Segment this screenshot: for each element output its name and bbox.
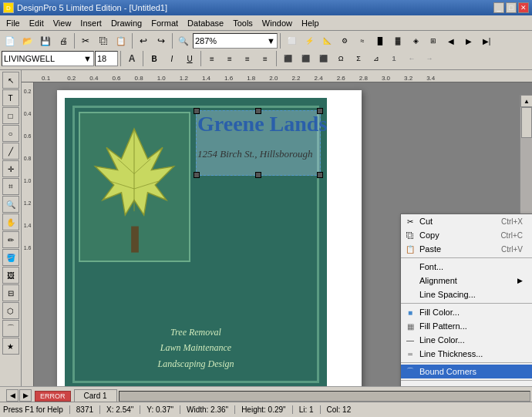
menu-edit[interactable]: Edit [25,17,49,29]
tool-text[interactable]: T [2,89,19,106]
tb-extra-7[interactable]: ▓ [389,32,406,49]
tb-extra-6[interactable]: █ [372,32,389,49]
ctx-line-color[interactable]: — Line Color... [401,333,532,347]
tb-extra-5[interactable]: ≈ [354,32,371,49]
menu-file[interactable]: File [2,17,25,29]
tool-rect[interactable]: □ [2,107,19,124]
tb-last-page[interactable]: ▶| [478,32,495,49]
ctx-line-spacing[interactable]: Line Spacing... [401,288,532,301]
tb-prev-page[interactable]: ◀ [443,32,460,49]
font-name-dropdown-icon[interactable]: ▼ [83,54,92,63]
card-services: Tree Removal Lawn Maintenance Landscapin… [80,325,311,372]
ctx-copy[interactable]: ⿻ Copy Ctrl+C [401,228,532,242]
tool-barcode[interactable]: ⊟ [2,284,19,301]
tb-extra-1[interactable]: ⬜ [283,32,300,49]
handle-bc[interactable] [255,172,261,178]
tool-crop[interactable]: ⌗ [2,178,19,195]
ctx-cut[interactable]: ✂ Cut Ctrl+X [401,214,532,228]
tool-ellipse[interactable]: ○ [2,125,19,142]
tool-move[interactable]: ✋ [2,214,19,230]
company-name: Greene Landscaping [197,112,327,136]
tb-spacing-3[interactable]: ⬛ [315,50,332,67]
tool-select[interactable]: ✛ [2,160,19,177]
ctx-font[interactable]: Font... [401,260,532,274]
scroll-right-thumb[interactable] [521,107,532,138]
tb-extra-8[interactable]: ◈ [407,32,424,49]
tb-extra-4[interactable]: ⚙ [336,32,353,49]
tb-spacing-6[interactable]: ⊿ [368,50,385,67]
font-color-button[interactable]: A [123,50,140,67]
tool-zoom2[interactable]: 🔍 [2,196,19,213]
cut-button[interactable] [77,32,94,49]
menu-window[interactable]: Window [258,17,297,29]
menu-format[interactable]: Format [146,17,183,29]
tb-extra-9[interactable]: ⊞ [425,32,442,49]
font-size-box[interactable]: 18 [95,51,118,66]
separator-8 [276,51,277,66]
tb-spacing-1[interactable]: ⬛ [279,50,296,67]
tool-bucket[interactable]: 🪣 [2,249,19,266]
new-button[interactable] [2,32,19,49]
tb-num-2[interactable]: ← [403,50,420,67]
undo-button[interactable] [135,32,152,49]
redo-button[interactable] [153,32,170,49]
open-button[interactable] [19,32,36,49]
tb-spacing-2[interactable]: ⬛ [297,50,314,67]
ctx-fill-pattern[interactable]: ▦ Fill Pattern... [401,319,532,333]
minimize-button[interactable]: _ [493,2,504,13]
ctx-fill-color[interactable]: ■ Fill Color... [401,305,532,319]
hscroll-right-button[interactable]: ▶ [19,389,32,402]
tool-pen[interactable]: ✏ [2,231,19,248]
menu-help[interactable]: Help [297,17,324,29]
ctx-line-thickness[interactable]: ═ Line Thickness... [401,347,532,361]
scroll-up-button[interactable]: ▲ [520,95,532,107]
save-button[interactable] [37,32,54,49]
tb-num-3[interactable]: → [421,50,438,67]
tb-spacing-5[interactable]: Σ [350,50,367,67]
underline-button[interactable]: U [181,50,198,67]
close-button[interactable]: ✕ [518,2,529,13]
menu-database[interactable]: Database [183,17,228,29]
tool-line[interactable]: ╱ [2,143,19,160]
font-name-box[interactable]: LIVINGWELL ▼ [2,51,94,66]
bold-button[interactable]: B [146,50,163,67]
zoom-button[interactable] [175,32,192,49]
tool-polygon[interactable]: ⬡ [2,302,19,319]
tb-extra-2[interactable]: ⚡ [301,32,318,49]
tb-next-page[interactable]: ▶ [460,32,477,49]
ctx-paste[interactable]: 📋 Paste Ctrl+V [401,242,532,256]
handle-br[interactable] [317,172,323,178]
ctx-alignment[interactable]: Alignment ▶ [401,274,532,288]
print-button[interactable] [55,32,72,49]
zoom-dropdown-icon[interactable]: ▼ [267,36,275,45]
hscroll-track[interactable] [119,391,530,402]
align-left-button[interactable]: ≡ [204,50,221,67]
ctx-rotate[interactable]: ↻ Rotate... [401,382,532,386]
tool-star[interactable]: ★ [2,338,19,355]
ruler-side-mark: 0.8 [24,156,32,161]
copy-button[interactable] [95,32,112,49]
ruler-mark: 0.6 [112,75,120,82]
paste-button[interactable] [113,32,130,49]
align-justify-button[interactable]: ≡ [257,50,274,67]
menu-tools[interactable]: Tools [228,17,258,29]
italic-button[interactable]: I [163,50,180,67]
tool-arrow[interactable]: ↖ [2,72,19,89]
tool-image[interactable]: 🖼 [2,267,19,284]
ctx-round-corners[interactable]: ⌒ Bound Corners [401,365,532,378]
menu-view[interactable]: View [49,17,76,29]
hscroll-left-button[interactable]: ◀ [6,389,19,402]
tb-num-1[interactable]: 1 [386,50,402,67]
align-center-button[interactable]: ≡ [221,50,238,67]
tool-arc[interactable]: ⌒ [2,320,19,337]
zoom-level-box[interactable]: 287% ▼ [193,33,278,49]
maximize-button[interactable]: □ [506,2,517,13]
card-tab[interactable]: Card 1 [74,389,117,402]
tb-spacing-4[interactable]: Ω [332,50,349,67]
tb-extra-3[interactable]: 📐 [318,32,335,49]
align-right-button[interactable]: ≡ [239,50,256,67]
title-bar-buttons: _ □ ✕ [493,2,529,13]
menu-drawing[interactable]: Drawing [106,17,146,29]
handle-bl[interactable] [194,172,200,178]
menu-insert[interactable]: Insert [76,17,106,29]
